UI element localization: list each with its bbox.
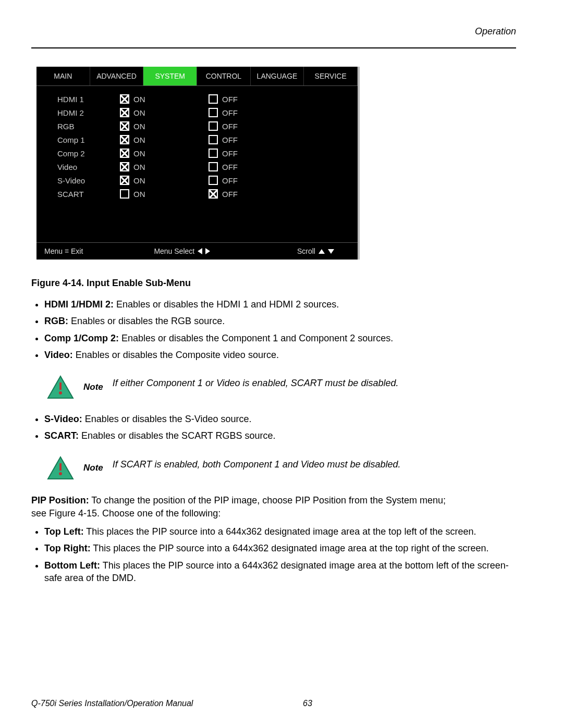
off-label: OFF — [222, 108, 238, 117]
off-label: OFF — [222, 95, 238, 104]
menu-row: S-VideoONOFF — [47, 174, 347, 187]
on-label: ON — [133, 122, 145, 131]
warning-triangle-icon — [47, 456, 74, 480]
osd-footer-exit: Menu = Exit — [44, 247, 154, 255]
checkbox-on[interactable] — [120, 176, 129, 185]
off-label: OFF — [222, 135, 238, 144]
off-label: OFF — [222, 190, 238, 199]
off-label: OFF — [222, 163, 238, 171]
arrow-right-icon — [205, 248, 210, 254]
on-label: ON — [133, 190, 145, 199]
menu-row: Comp 1ONOFF — [47, 133, 347, 146]
svg-point-2 — [59, 391, 62, 394]
page-footer: Q-750i Series Installation/Operation Man… — [31, 699, 516, 708]
on-label: ON — [133, 95, 145, 104]
checkbox-on[interactable] — [120, 149, 129, 158]
tab-service[interactable]: SERVICE — [304, 67, 358, 85]
checkbox-on[interactable] — [120, 162, 129, 171]
note-block-1: Note If either Component 1 or Video is e… — [47, 373, 516, 401]
on-label: ON — [133, 135, 145, 144]
checkbox-off[interactable] — [209, 189, 218, 199]
osd-footer-select: Menu Select — [154, 247, 255, 255]
osd-footer: Menu = Exit Menu Select Scroll — [36, 242, 358, 260]
footer-page: 63 — [292, 699, 323, 708]
note-label: Note — [83, 382, 103, 392]
menu-row-label: HDMI 2 — [47, 108, 120, 117]
on-label: ON — [133, 149, 145, 158]
checkbox-off[interactable] — [209, 149, 218, 158]
arrow-down-icon — [328, 249, 334, 254]
warning-triangle-icon — [47, 375, 74, 399]
menu-row-label: RGB — [47, 122, 120, 131]
menu-row-label: Comp 2 — [47, 149, 120, 158]
on-label: ON — [133, 163, 145, 171]
list-item: RGB: Enables or disables the RGB source. — [44, 315, 516, 327]
pip-bold: PIP Position: — [31, 495, 89, 505]
list-item: SCART: Enables or disables the SCART RGB… — [44, 429, 516, 442]
tab-language[interactable]: LANGUAGE — [251, 67, 304, 85]
checkbox-off[interactable] — [209, 121, 218, 131]
svg-point-5 — [59, 472, 62, 475]
list-item: Bottom Left: This places the PIP source … — [44, 559, 516, 585]
bullet-list-1: HDMI 1/HDMI 2: Enables or disables the H… — [44, 298, 516, 361]
on-label: ON — [133, 108, 145, 117]
osd-menu: MAINADVANCEDSYSTEMCONTROLLANGUAGESERVICE… — [36, 67, 360, 260]
tab-advanced[interactable]: ADVANCED — [90, 67, 144, 85]
checkbox-off[interactable] — [209, 108, 218, 117]
checkbox-off[interactable] — [209, 94, 218, 104]
on-label: ON — [133, 176, 145, 185]
checkbox-off[interactable] — [209, 176, 218, 185]
menu-row: HDMI 1ONOFF — [47, 92, 347, 106]
svg-rect-4 — [59, 463, 62, 471]
list-item: S-Video: Enables or disables the S-Video… — [44, 413, 516, 425]
list-item: Comp 1/Comp 2: Enables or disables the C… — [44, 332, 516, 344]
checkbox-on[interactable] — [120, 135, 129, 144]
list-item: HDMI 1/HDMI 2: Enables or disables the H… — [44, 298, 516, 311]
checkbox-on[interactable] — [120, 94, 129, 104]
tab-control[interactable]: CONTROL — [197, 67, 251, 85]
note-text: If either Component 1 or Video is enable… — [113, 378, 399, 396]
menu-row-label: Video — [47, 163, 120, 171]
menu-row-label: Comp 1 — [47, 135, 120, 144]
osd-body: HDMI 1ONOFFHDMI 2ONOFFRGBONOFFComp 1ONOF… — [36, 86, 358, 242]
menu-row: VideoONOFF — [47, 160, 347, 174]
off-label: OFF — [222, 149, 238, 158]
osd-footer-select-label: Menu Select — [154, 247, 194, 255]
list-item: Top Left: This places the PIP source int… — [44, 525, 516, 538]
footer-title: Q-750i Series Installation/Operation Man… — [31, 699, 292, 708]
pip-text: To change the position of the PIP image,… — [31, 495, 446, 519]
bullet-list-2: S-Video: Enables or disables the S-Video… — [44, 413, 516, 442]
menu-row: HDMI 2ONOFF — [47, 106, 347, 119]
off-label: OFF — [222, 122, 238, 131]
list-item: Top Right: This places the PIP source in… — [44, 542, 516, 554]
bullet-list-3: Top Left: This places the PIP source int… — [44, 525, 516, 584]
tab-system[interactable]: SYSTEM — [143, 67, 197, 85]
arrow-up-icon — [319, 249, 325, 254]
osd-footer-scroll-label: Scroll — [297, 247, 315, 255]
svg-rect-1 — [59, 382, 62, 390]
menu-row-label: SCART — [47, 190, 120, 199]
osd-footer-scroll: Scroll — [256, 247, 350, 255]
osd-tabs: MAINADVANCEDSYSTEMCONTROLLANGUAGESERVICE — [36, 67, 358, 86]
rule — [31, 47, 516, 48]
off-label: OFF — [222, 176, 238, 185]
note-block-2: Note If SCART is enabled, both Component… — [47, 454, 516, 483]
tab-main[interactable]: MAIN — [36, 67, 90, 85]
pip-paragraph: PIP Position: To change the position of … — [31, 494, 459, 520]
figure-caption: Figure 4-14. Input Enable Sub-Menu — [31, 278, 516, 289]
menu-row-label: S-Video — [47, 176, 120, 185]
note-label: Note — [83, 463, 103, 473]
menu-row: SCARTONOFF — [47, 187, 347, 201]
note-text: If SCART is enabled, both Component 1 an… — [113, 459, 401, 477]
arrow-left-icon — [198, 248, 202, 254]
checkbox-on[interactable] — [120, 121, 129, 131]
list-item: Video: Enables or disables the Composite… — [44, 349, 516, 361]
menu-row-label: HDMI 1 — [47, 95, 120, 104]
section-header: Operation — [31, 26, 516, 37]
checkbox-on[interactable] — [120, 108, 129, 117]
menu-row: RGBONOFF — [47, 119, 347, 133]
checkbox-off[interactable] — [209, 162, 218, 171]
checkbox-off[interactable] — [209, 135, 218, 144]
menu-row: Comp 2ONOFF — [47, 146, 347, 160]
checkbox-on[interactable] — [120, 189, 129, 199]
